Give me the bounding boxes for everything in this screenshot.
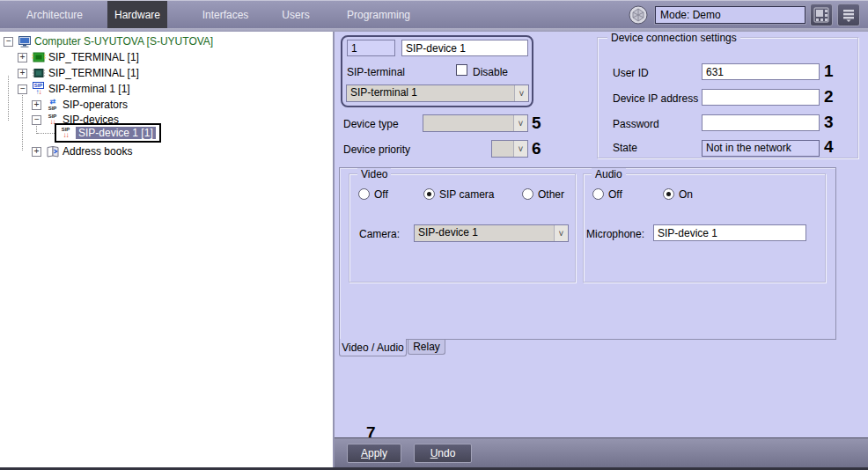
annotation-2: 2 bbox=[824, 87, 834, 106]
chevron-down-icon[interactable]: ˅ bbox=[513, 115, 527, 131]
state-value-field: Not in the network bbox=[702, 140, 820, 157]
user-id-label: User ID bbox=[613, 67, 649, 79]
mode-input[interactable] bbox=[655, 6, 805, 24]
tree-connector bbox=[22, 95, 23, 151]
expand-icon[interactable]: + bbox=[18, 69, 27, 78]
microphone-label: Microphone: bbox=[586, 228, 644, 240]
user-id-field[interactable] bbox=[702, 63, 820, 80]
device-ip-label: Device IP address bbox=[613, 92, 698, 105]
sip-operators-icon: ⇄ SIP bbox=[45, 98, 60, 112]
sip-terminal-icon: SIP ↑↓ bbox=[31, 82, 46, 96]
video-sip-camera-label: SIP camera bbox=[439, 188, 494, 201]
nav-tab-users[interactable]: Users bbox=[269, 1, 322, 29]
nav-tab-hardware[interactable]: Hardware bbox=[107, 1, 167, 29]
annotation-5: 5 bbox=[532, 114, 541, 133]
video-off-label: Off bbox=[374, 188, 388, 201]
layout-grid-icon bbox=[813, 7, 829, 23]
parent-type-label: SIP-terminal bbox=[347, 66, 405, 78]
computer-icon bbox=[17, 34, 32, 48]
tree-item-label: SIP-operators bbox=[63, 99, 128, 111]
device-ip-field[interactable] bbox=[702, 89, 820, 106]
tree-item-sip-device-1[interactable]: SIP ↓↓ SIP-device 1 [1] bbox=[55, 125, 161, 141]
app-window: Architecture Hardware Interfaces Users P… bbox=[0, 0, 868, 470]
tree-item-address-books[interactable]: + Address books bbox=[32, 143, 132, 159]
object-name-field[interactable] bbox=[401, 40, 528, 56]
tree-item-sip-operators[interactable]: + ⇄ SIP SIP-operators bbox=[32, 97, 128, 113]
address-book-icon bbox=[45, 144, 60, 158]
video-other-radio[interactable] bbox=[522, 188, 533, 200]
device-type-dropdown[interactable]: ˅ bbox=[423, 114, 528, 132]
camera-label: Camera: bbox=[359, 228, 400, 240]
camera-dropdown[interactable]: SIP-device 1 ˅ bbox=[414, 224, 569, 242]
device-priority-dropdown[interactable]: ˅ bbox=[491, 140, 528, 158]
annotation-4: 4 bbox=[824, 137, 834, 157]
tree-item-label: SIP_TERMINAL [1] bbox=[48, 51, 139, 63]
tree-item-label: SIP_TERMINAL [1] bbox=[48, 67, 139, 79]
tab-video-audio[interactable]: Video / Audio bbox=[339, 339, 407, 356]
collapse-icon[interactable]: − bbox=[18, 84, 27, 94]
password-label: Password bbox=[613, 118, 659, 130]
video-other-label: Other bbox=[538, 188, 564, 201]
microphone-field[interactable] bbox=[653, 224, 806, 241]
audio-off-label: Off bbox=[608, 188, 622, 201]
main-menu-button[interactable] bbox=[837, 4, 860, 26]
expand-icon[interactable]: + bbox=[18, 53, 27, 62]
expand-icon[interactable]: + bbox=[32, 100, 41, 110]
tree-item-label: SIP-terminal 1 [1] bbox=[48, 83, 130, 95]
collapse-icon[interactable]: − bbox=[32, 115, 41, 125]
connection-settings-title: Device connection settings bbox=[607, 32, 740, 44]
tree-item-sip-terminal-chip[interactable]: + SIP_TERMINAL [1] bbox=[18, 65, 139, 81]
tree-item-sip-terminal-1[interactable]: − SIP ↑↓ SIP-terminal 1 [1] bbox=[18, 81, 130, 97]
sip-device-icon: SIP ↓↓ bbox=[58, 126, 73, 140]
chevron-down-icon[interactable]: ˅ bbox=[554, 225, 568, 241]
nav-tab-programming[interactable]: Programming bbox=[336, 1, 421, 29]
audio-off-radio[interactable] bbox=[592, 188, 604, 200]
settings-ball-icon[interactable] bbox=[629, 5, 648, 25]
panel-divider bbox=[333, 32, 335, 467]
chevron-down-icon[interactable]: ˅ bbox=[513, 141, 527, 157]
tree-item-label: Address books bbox=[63, 145, 132, 158]
tree-connector bbox=[8, 76, 9, 121]
annotation-1: 1 bbox=[824, 62, 834, 81]
tree-item-label: Computer S-UYUTOVA [S-UYUTOVA] bbox=[34, 35, 213, 48]
disable-checkbox[interactable] bbox=[456, 64, 467, 76]
chip-icon bbox=[31, 66, 46, 80]
screens-layout-button[interactable] bbox=[810, 4, 833, 26]
state-label: State bbox=[613, 142, 637, 154]
audio-on-label: On bbox=[679, 188, 693, 201]
expand-icon[interactable]: + bbox=[32, 147, 41, 157]
apply-button[interactable]: Apply bbox=[347, 444, 401, 463]
device-priority-label: Device priority bbox=[343, 143, 410, 156]
top-navbar: Architecture Hardware Interfaces Users P… bbox=[0, 0, 868, 28]
parent-object-dropdown[interactable]: SIP-terminal 1 ˅ bbox=[346, 84, 529, 102]
hamburger-menu-icon bbox=[842, 8, 856, 22]
tree-item-sip-terminal-board[interactable]: + SIP_TERMINAL [1] bbox=[18, 49, 139, 65]
video-title: Video bbox=[357, 168, 391, 180]
annotation-6: 6 bbox=[532, 139, 541, 158]
disable-label: Disable bbox=[473, 66, 508, 78]
object-id-field[interactable] bbox=[347, 40, 395, 56]
annotation-3: 3 bbox=[824, 113, 834, 132]
audio-on-radio[interactable] bbox=[663, 188, 674, 200]
tree-connector bbox=[37, 133, 55, 134]
nav-tab-interfaces[interactable]: Interfaces bbox=[187, 1, 264, 29]
device-type-label: Device type bbox=[343, 118, 399, 130]
tab-relay[interactable]: Relay bbox=[408, 340, 445, 355]
password-field[interactable] bbox=[702, 114, 820, 131]
selected-item-highlight-box: SIP ↓↓ SIP-device 1 [1] bbox=[55, 123, 161, 143]
nav-tab-architecture[interactable]: Architecture bbox=[12, 1, 97, 29]
video-off-radio[interactable] bbox=[358, 188, 370, 200]
chevron-down-icon[interactable]: ˅ bbox=[514, 85, 528, 101]
circuit-board-icon bbox=[31, 50, 46, 64]
video-sip-camera-radio[interactable] bbox=[423, 188, 435, 200]
undo-button[interactable]: Undo bbox=[414, 444, 472, 463]
tree-item-computer[interactable]: − Computer S-UYUTOVA [S-UYUTOVA] bbox=[4, 33, 213, 49]
collapse-icon[interactable]: − bbox=[4, 37, 13, 47]
tree-item-label: SIP-device 1 [1] bbox=[76, 127, 156, 139]
audio-title: Audio bbox=[592, 168, 626, 180]
